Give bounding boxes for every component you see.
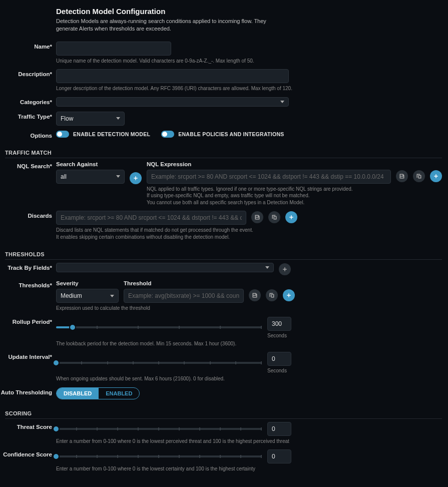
severity-select[interactable]: Medium xyxy=(56,289,119,303)
discards-input[interactable] xyxy=(56,211,246,225)
nql-help-3: You cannot use both all and specific sea… xyxy=(147,199,442,206)
add-track-by-button[interactable] xyxy=(279,263,291,275)
update-interval-slider[interactable] xyxy=(56,357,261,369)
copy-discard-button[interactable] xyxy=(268,211,280,223)
search-against-value: all xyxy=(61,173,67,180)
update-interval-help: When ongoing updates should be sent. Max… xyxy=(56,375,442,382)
copy-icon xyxy=(269,292,275,298)
page-subtitle: Detection Models are always-running sear… xyxy=(56,18,286,33)
section-scoring: SCORING xyxy=(5,410,442,419)
enable-detection-toggle[interactable]: ENABLE DETECTION MODEL xyxy=(56,131,150,138)
name-label: Name* xyxy=(0,42,56,50)
copy-icon xyxy=(416,173,422,179)
add-discard-button[interactable] xyxy=(285,211,297,223)
rollup-label: Rollup Period* xyxy=(0,317,56,325)
confidence-score-help: Enter a number from 0-100 where 0 is the… xyxy=(56,465,442,472)
search-against-select[interactable]: all xyxy=(56,170,125,184)
options-label: Options xyxy=(0,131,56,139)
threshold-input[interactable] xyxy=(124,289,244,303)
chevron-down-icon xyxy=(116,117,120,120)
thresholds-label: Thresholds* xyxy=(0,280,56,288)
discards-help-2: It enables skipping certain combinations… xyxy=(56,234,442,241)
description-help: Longer description of the detection mode… xyxy=(56,85,442,92)
nql-help-1: NQL applied to all traffic types. Ignore… xyxy=(147,186,442,193)
categories-select[interactable] xyxy=(56,97,289,107)
auto-threshold-enabled[interactable]: ENABLED xyxy=(99,388,139,399)
threat-score-input[interactable] xyxy=(267,422,291,436)
add-nql-button[interactable] xyxy=(430,170,442,182)
confidence-score-slider[interactable] xyxy=(56,450,261,462)
rollup-slider[interactable] xyxy=(56,321,261,333)
threat-score-slider[interactable] xyxy=(56,423,261,435)
name-help: Unique name of the detection model. Vali… xyxy=(56,58,442,65)
enable-policies-toggle[interactable]: ENABLE POLICIES AND INTEGRATIONS xyxy=(161,131,284,138)
threat-score-help: Enter a number from 0-100 where 0 is the… xyxy=(56,438,442,445)
auto-threshold-label: Auto Thresholding xyxy=(0,387,56,395)
description-label: Description* xyxy=(0,69,56,77)
copy-icon xyxy=(271,214,277,220)
save-threshold-button[interactable] xyxy=(249,289,261,301)
severity-label: Severity xyxy=(56,280,119,286)
search-against-label: Search Against xyxy=(56,161,125,167)
confidence-score-label: Confidence Score xyxy=(0,449,56,457)
update-interval-value-input[interactable] xyxy=(267,352,291,366)
copy-nql-button[interactable] xyxy=(413,170,425,182)
save-icon xyxy=(252,292,258,298)
page-title: Detection Model Configuration xyxy=(56,7,442,16)
plus-icon xyxy=(133,175,139,181)
plus-icon xyxy=(286,292,292,298)
discards-label: Discards xyxy=(0,211,56,219)
threat-score-label: Threat Score xyxy=(0,422,56,430)
save-nql-button[interactable] xyxy=(396,170,408,182)
update-interval-unit: Seconds xyxy=(267,368,291,373)
add-search-against-button[interactable] xyxy=(130,172,142,184)
update-interval-label: Update Interval* xyxy=(0,352,56,360)
chevron-down-icon xyxy=(280,101,284,103)
save-icon xyxy=(254,214,260,220)
toggle-switch-icon xyxy=(56,131,69,138)
track-by-label: Track By Fields* xyxy=(0,263,56,271)
section-thresholds: THRESHOLDS xyxy=(5,251,442,260)
plus-icon xyxy=(282,266,288,272)
confidence-score-input[interactable] xyxy=(267,449,291,463)
nql-help-2: If using type-specific NQL and empty, aw… xyxy=(147,192,442,199)
traffic-type-value: Flow xyxy=(61,115,73,122)
auto-threshold-segmented[interactable]: DISABLED ENABLED xyxy=(56,387,140,399)
threshold-help: Expression used to calculate the thresho… xyxy=(56,305,442,312)
save-discard-button[interactable] xyxy=(251,211,263,223)
nql-search-label: NQL Search* xyxy=(0,161,56,169)
discards-help-1: Discard lists are NQL statements that if… xyxy=(56,227,442,234)
rollup-value-input[interactable] xyxy=(267,317,291,331)
traffic-type-label: Traffic Type* xyxy=(0,112,56,120)
threshold-sublabel: Threshold xyxy=(124,280,295,286)
auto-threshold-disabled[interactable]: DISABLED xyxy=(57,388,99,399)
chevron-down-icon xyxy=(265,266,269,269)
copy-threshold-button[interactable] xyxy=(266,289,278,301)
nql-expression-input[interactable] xyxy=(147,170,391,184)
description-input[interactable] xyxy=(56,69,289,83)
chevron-down-icon xyxy=(116,175,120,178)
severity-value: Medium xyxy=(61,292,82,299)
toggle-switch-icon xyxy=(161,131,174,138)
section-traffic-match: TRAFFIC MATCH xyxy=(5,150,442,158)
name-input[interactable] xyxy=(56,42,171,56)
traffic-type-select[interactable]: Flow xyxy=(56,112,125,126)
plus-icon xyxy=(433,173,439,179)
rollup-unit: Seconds xyxy=(267,333,291,338)
nql-expression-label: NQL Expression xyxy=(147,161,442,167)
chevron-down-icon xyxy=(110,295,114,297)
rollup-help: The lookback period for the detection mo… xyxy=(56,340,442,347)
save-icon xyxy=(399,173,405,179)
categories-label: Categories* xyxy=(0,97,56,105)
track-by-select[interactable] xyxy=(56,263,274,272)
plus-icon xyxy=(288,214,294,220)
add-threshold-button[interactable] xyxy=(283,289,295,301)
